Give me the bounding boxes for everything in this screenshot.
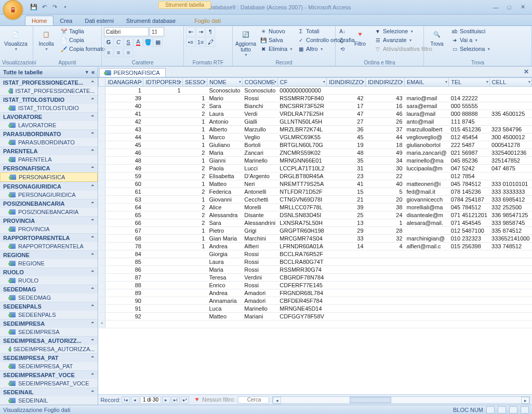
cell[interactable]: 021 56987 [449, 149, 489, 157]
cell[interactable] [489, 274, 531, 282]
cell[interactable]: 1 [183, 133, 207, 141]
cell[interactable] [405, 274, 449, 282]
cell[interactable] [143, 157, 183, 165]
increase-indent-button[interactable]: ⇥ [196, 27, 205, 36]
cell[interactable] [143, 305, 183, 313]
datasheet-tab[interactable]: PERSONAFISICA [99, 68, 165, 77]
numbering-button[interactable]: 1≡ [196, 37, 205, 47]
row-selector[interactable] [99, 196, 105, 204]
nav-group-header[interactable]: REGIONE⌃ [0, 250, 98, 259]
cell[interactable]: 047 4875 [489, 165, 531, 172]
cell[interactable] [449, 250, 489, 258]
cell[interactable]: 014 22222 [449, 95, 489, 102]
cell[interactable]: LXNSRA75L50H [277, 219, 326, 227]
font-selector[interactable] [104, 27, 149, 36]
cell[interactable]: 045 784512 [449, 180, 489, 188]
undo-icon[interactable]: ↶ [39, 3, 49, 12]
nav-item[interactable]: POSIZIONEBANCARIA [0, 208, 98, 216]
cell[interactable]: sara@email [405, 102, 449, 110]
cell[interactable] [277, 320, 326, 328]
cell[interactable]: MRNGNE45D14 [277, 305, 326, 313]
cell[interactable]: 40 [105, 102, 143, 110]
cell[interactable] [143, 235, 183, 243]
cell[interactable] [489, 313, 531, 320]
cell[interactable]: 24 [366, 211, 405, 219]
cell[interactable] [366, 297, 405, 305]
row-selector[interactable] [99, 289, 105, 297]
cell[interactable]: Grigi [242, 227, 277, 235]
cell[interactable]: RSSMRR70F840 [277, 95, 326, 102]
column-dropdown-icon[interactable]: ▾ [445, 79, 447, 84]
cell[interactable]: 25 [327, 211, 366, 219]
row-selector[interactable] [99, 219, 105, 227]
cell[interactable] [143, 172, 183, 180]
align-left-button[interactable]: ≡ [104, 48, 113, 57]
cell[interactable] [449, 313, 489, 320]
cell[interactable]: 44 [105, 133, 143, 141]
table-row[interactable]: 87TeresaVerdiniCBGRDF78N784 [99, 274, 532, 282]
record-position-input[interactable] [140, 396, 161, 404]
cell[interactable] [183, 274, 207, 282]
cell[interactable] [366, 87, 405, 95]
cell[interactable]: LCCPLA71T10L2 [277, 165, 326, 172]
cell[interactable]: 1 [183, 126, 207, 133]
nav-item[interactable]: PERSONAGIURIDICA [0, 191, 98, 199]
cell[interactable]: 45 [327, 133, 366, 141]
cell[interactable] [327, 87, 366, 95]
cell[interactable] [449, 289, 489, 297]
cell[interactable]: 1 [366, 219, 405, 227]
column-dropdown-icon[interactable]: ▾ [528, 79, 530, 84]
cell[interactable]: 333 01010101 [489, 180, 531, 188]
nav-item[interactable]: SEDEINAIL [0, 396, 98, 405]
column-header[interactable]: CF▾ [277, 78, 326, 87]
tab-dati-esterni[interactable]: Dati esterni [78, 16, 120, 25]
cell[interactable] [143, 211, 183, 219]
tab-foglio-dati[interactable]: Foglio dati [188, 16, 227, 25]
column-dropdown-icon[interactable]: ▾ [179, 79, 181, 84]
table-row[interactable]: 612FedericaAntonelliNTLFDR71D52F155fed@m… [99, 188, 532, 196]
cell[interactable] [183, 297, 207, 305]
row-selector[interactable] [99, 180, 105, 188]
cell[interactable] [207, 320, 242, 328]
cell[interactable] [405, 266, 449, 274]
cell[interactable]: 47 [327, 110, 366, 118]
cell[interactable] [366, 266, 405, 274]
last-record-button[interactable]: ▸I [171, 396, 180, 404]
cell[interactable]: Gianni [207, 157, 242, 165]
cell[interactable]: marzulloalbert [405, 126, 449, 133]
cell[interactable] [366, 250, 405, 258]
row-selector[interactable] [99, 149, 105, 157]
cell[interactable] [143, 243, 183, 250]
row-selector[interactable] [99, 266, 105, 274]
cell[interactable]: Federica [207, 188, 242, 196]
cell[interactable]: 39 [105, 95, 143, 102]
table-row[interactable]: 391MarioRossiRSSMRR70F8404243mario@mail0… [99, 95, 532, 102]
cell[interactable]: 33 [327, 235, 366, 243]
cell[interactable]: FRGNDR68L784 [277, 289, 326, 297]
cell[interactable] [405, 258, 449, 266]
nav-collapse-icon[interactable]: « [91, 69, 95, 76]
cell[interactable]: Alessandra [207, 211, 242, 219]
cell[interactable]: Rossi [242, 95, 277, 102]
cell[interactable]: 41 [105, 110, 143, 118]
trova-button[interactable]: 🔍Trova [426, 27, 448, 48]
cell[interactable] [143, 188, 183, 196]
row-selector[interactable] [99, 250, 105, 258]
cell[interactable] [143, 289, 183, 297]
cell[interactable]: Rossi [242, 282, 277, 289]
table-row[interactable]: 671PietroGrigiGRGPTR60H1982928012 548710… [99, 227, 532, 235]
cell[interactable] [489, 172, 531, 180]
cell[interactable] [366, 313, 405, 320]
cell[interactable] [405, 320, 449, 328]
nav-item[interactable]: SEDEIMPRESA [0, 328, 98, 336]
cell[interactable]: 67 [105, 227, 143, 235]
row-selector[interactable] [99, 211, 105, 219]
cell[interactable]: Morelli [242, 204, 277, 211]
cell[interactable]: Veglio [242, 133, 277, 141]
cell[interactable]: 86 [105, 266, 143, 274]
copia-button[interactable]: 📄Copia [59, 36, 106, 44]
cell[interactable]: 39 [327, 204, 366, 211]
cell[interactable]: 66 [105, 219, 143, 227]
row-selector[interactable] [99, 133, 105, 141]
cell[interactable]: 2 [183, 110, 207, 118]
